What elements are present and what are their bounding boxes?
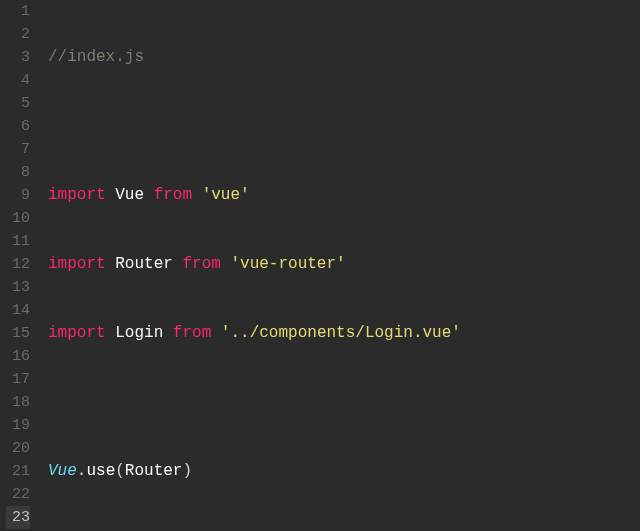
line-number[interactable]: 9 [6, 184, 30, 207]
code-line: //index.js [48, 46, 640, 69]
keyword-from: from [154, 186, 192, 204]
identifier: Login [115, 324, 163, 342]
line-number[interactable]: 18 [6, 391, 30, 414]
comment: //index.js [48, 48, 144, 66]
line-number[interactable]: 15 [6, 322, 30, 345]
code-line: import Router from 'vue-router' [48, 253, 640, 276]
line-number[interactable]: 7 [6, 138, 30, 161]
identifier: Router [115, 255, 173, 273]
line-number-gutter: 1234567891011121314151617181920212223 [0, 0, 40, 531]
line-number[interactable]: 23 [6, 506, 30, 529]
line-number[interactable]: 20 [6, 437, 30, 460]
line-number[interactable]: 22 [6, 483, 30, 506]
paren: ( [115, 462, 125, 480]
line-number[interactable]: 16 [6, 345, 30, 368]
class-name: Vue [48, 462, 77, 480]
line-number[interactable]: 2 [6, 23, 30, 46]
line-number[interactable]: 19 [6, 414, 30, 437]
line-number[interactable]: 5 [6, 92, 30, 115]
line-number[interactable]: 6 [6, 115, 30, 138]
identifier: Router [125, 462, 183, 480]
line-number[interactable]: 21 [6, 460, 30, 483]
line-number[interactable]: 10 [6, 207, 30, 230]
code-line: Vue.use(Router) [48, 460, 640, 483]
line-number[interactable]: 3 [6, 46, 30, 69]
string-literal: 'vue-router' [230, 255, 345, 273]
line-number[interactable]: 11 [6, 230, 30, 253]
paren: ) [182, 462, 192, 480]
line-number[interactable]: 4 [6, 69, 30, 92]
keyword-import: import [48, 324, 106, 342]
method-name: use [86, 462, 115, 480]
line-number[interactable]: 8 [6, 161, 30, 184]
line-number[interactable]: 12 [6, 253, 30, 276]
code-line [48, 115, 640, 138]
identifier: Vue [115, 186, 144, 204]
code-line: import Vue from 'vue' [48, 184, 640, 207]
line-number[interactable]: 13 [6, 276, 30, 299]
string-literal: '../components/Login.vue' [221, 324, 461, 342]
line-number[interactable]: 14 [6, 299, 30, 322]
string-literal: 'vue' [202, 186, 250, 204]
keyword-import: import [48, 255, 106, 273]
keyword-from: from [173, 324, 211, 342]
punct: . [77, 462, 87, 480]
code-line [48, 391, 640, 414]
line-number[interactable]: 17 [6, 368, 30, 391]
code-editor[interactable]: //index.js import Vue from 'vue' import … [40, 0, 640, 531]
code-line: import Login from '../components/Login.v… [48, 322, 640, 345]
keyword-import: import [48, 186, 106, 204]
line-number[interactable]: 1 [6, 0, 30, 23]
keyword-from: from [182, 255, 220, 273]
